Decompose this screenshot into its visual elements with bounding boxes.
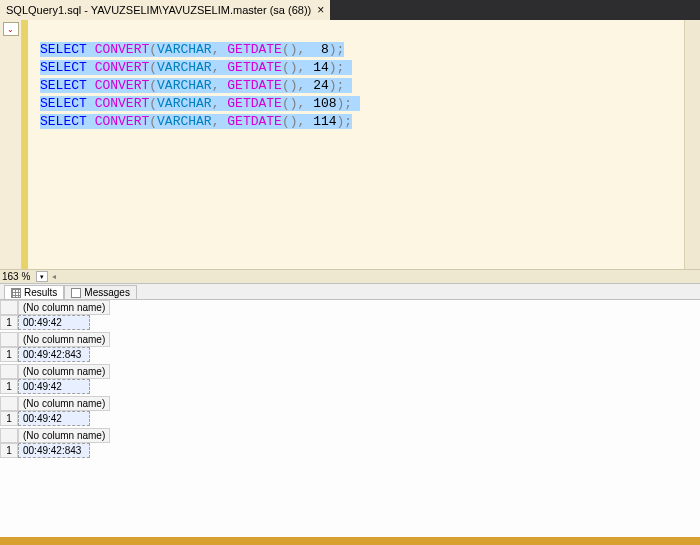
zoom-value: 163 % xyxy=(2,271,36,282)
row-number: 1 xyxy=(0,443,18,458)
tab-bar: SQLQuery1.sql - YAVUZSELIM\YAVUZSELIM.ma… xyxy=(0,0,700,20)
result-header: (No column name) xyxy=(0,300,700,315)
code-lines[interactable]: SELECT CONVERT(VARCHAR, GETDATE(), 8); S… xyxy=(34,20,360,269)
results-pane[interactable]: (No column name) 1 00:49:42 (No column n… xyxy=(0,299,700,537)
row-number: 1 xyxy=(0,379,18,394)
tab-title: SQLQuery1.sql - YAVUZSELIM\YAVUZSELIM.ma… xyxy=(6,4,311,16)
close-icon[interactable]: × xyxy=(317,4,324,16)
cell-value[interactable]: 00:49:42 xyxy=(18,315,90,330)
result-header: (No column name) xyxy=(0,332,700,347)
column-header[interactable]: (No column name) xyxy=(18,396,110,411)
status-bar xyxy=(0,537,700,545)
tab-messages-label: Messages xyxy=(84,287,130,298)
table-row[interactable]: 1 00:49:42:843 xyxy=(0,443,700,458)
result-header: (No column name) xyxy=(0,396,700,411)
table-row[interactable]: 1 00:49:42 xyxy=(0,411,700,426)
column-header[interactable]: (No column name) xyxy=(18,428,110,443)
result-block: (No column name) 1 00:49:42:843 xyxy=(0,428,700,458)
row-header-blank xyxy=(0,364,18,379)
result-block: (No column name) 1 00:49:42 xyxy=(0,364,700,394)
messages-icon xyxy=(71,288,81,298)
table-row[interactable]: 1 00:49:42 xyxy=(0,315,700,330)
chevron-down-icon: ⌄ xyxy=(7,25,14,34)
cell-value[interactable]: 00:49:42:843 xyxy=(18,443,90,458)
zoom-dropdown[interactable]: ▾ xyxy=(36,271,48,282)
vertical-scrollbar[interactable] xyxy=(684,20,700,269)
editor-left-toolbar: ⌄ xyxy=(0,20,22,269)
cell-value[interactable]: 00:49:42 xyxy=(18,411,90,426)
zoom-bar: 163 % ▾ ◂ xyxy=(0,269,700,283)
cell-value[interactable]: 00:49:42:843 xyxy=(18,347,90,362)
file-tab[interactable]: SQLQuery1.sql - YAVUZSELIM\YAVUZSELIM.ma… xyxy=(0,0,330,20)
editor-container: ⌄ SELECT CONVERT(VARCHAR, GETDATE(), 8);… xyxy=(0,20,700,269)
zoom-slider-handle[interactable]: ◂ xyxy=(52,272,56,281)
cell-value[interactable]: 00:49:42 xyxy=(18,379,90,394)
column-header[interactable]: (No column name) xyxy=(18,332,110,347)
result-header: (No column name) xyxy=(0,364,700,379)
row-header-blank xyxy=(0,396,18,411)
tab-results-label: Results xyxy=(24,287,57,298)
column-header[interactable]: (No column name) xyxy=(18,364,110,379)
result-block: (No column name) 1 00:49:42 xyxy=(0,396,700,426)
result-header: (No column name) xyxy=(0,428,700,443)
row-header-blank xyxy=(0,300,18,315)
grid-icon xyxy=(11,288,21,298)
tab-messages[interactable]: Messages xyxy=(64,285,137,299)
row-number: 1 xyxy=(0,411,18,426)
row-number: 1 xyxy=(0,315,18,330)
row-header-blank xyxy=(0,332,18,347)
row-header-blank xyxy=(0,428,18,443)
code-editor[interactable]: SELECT CONVERT(VARCHAR, GETDATE(), 8); S… xyxy=(22,20,684,269)
column-header[interactable]: (No column name) xyxy=(18,300,110,315)
results-tab-bar: Results Messages xyxy=(0,283,700,299)
table-row[interactable]: 1 00:49:42:843 xyxy=(0,347,700,362)
table-row[interactable]: 1 00:49:42 xyxy=(0,379,700,394)
tab-results[interactable]: Results xyxy=(4,285,64,299)
editor-dropdown-icon[interactable]: ⌄ xyxy=(3,22,19,36)
result-block: (No column name) 1 00:49:42 xyxy=(0,300,700,330)
row-number: 1 xyxy=(0,347,18,362)
result-block: (No column name) 1 00:49:42:843 xyxy=(0,332,700,362)
